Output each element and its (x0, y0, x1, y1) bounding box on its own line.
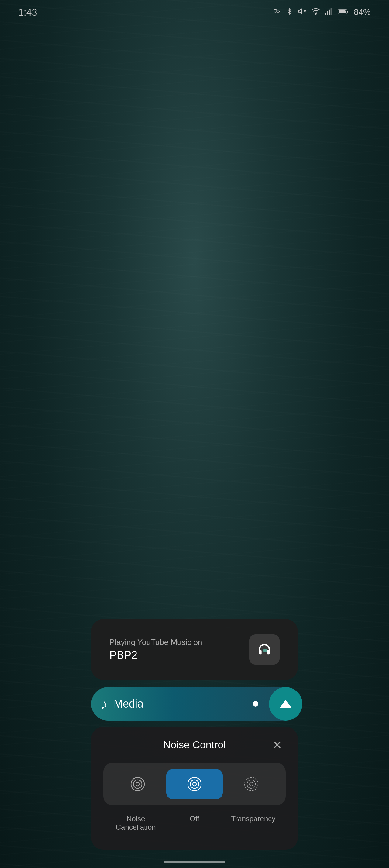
svg-point-24 (250, 782, 253, 786)
svg-rect-11 (338, 10, 346, 13)
svg-rect-8 (331, 8, 332, 15)
svg-point-19 (188, 777, 201, 791)
wifi-icon (311, 7, 320, 18)
svg-marker-1 (298, 8, 302, 13)
headphones-icon (256, 641, 273, 658)
transparency-label: Transparency (224, 814, 283, 832)
transparency-icon (241, 773, 262, 795)
noise-cancellation-option[interactable] (109, 769, 166, 799)
music-note-icon: ♪ (100, 696, 107, 712)
svg-point-4 (315, 13, 316, 14)
battery-percent: 84% (354, 7, 371, 17)
svg-rect-10 (347, 11, 348, 13)
key-icon (273, 7, 282, 18)
bluetooth-icon (286, 7, 293, 18)
bottom-panels: Playing YouTube Music on PBP2 ♪ Media No… (0, 619, 389, 868)
noise-control-header: Noise Control (103, 739, 286, 751)
noise-options-row (103, 763, 286, 805)
svg-rect-5 (325, 13, 326, 15)
svg-rect-7 (329, 9, 330, 15)
svg-point-20 (190, 780, 199, 788)
device-name: PBP2 (109, 649, 202, 662)
close-button[interactable] (269, 736, 286, 753)
chevron-up-icon (280, 700, 292, 708)
svg-point-18 (136, 782, 139, 786)
svg-rect-6 (327, 11, 328, 15)
media-label: Media (114, 698, 289, 710)
noise-cancellation-label: Noise Cancellation (106, 814, 165, 832)
playing-info: Playing YouTube Music on PBP2 (109, 638, 202, 662)
svg-point-22 (245, 777, 258, 791)
playing-card: Playing YouTube Music on PBP2 (91, 619, 298, 680)
svg-point-16 (131, 777, 144, 791)
signal-icon (325, 7, 333, 18)
off-label: Off (165, 814, 224, 832)
svg-point-0 (274, 9, 277, 12)
noise-control-panel: Noise Control (91, 727, 298, 850)
volume-dot (253, 701, 258, 707)
off-icon (184, 773, 205, 795)
svg-point-17 (133, 780, 142, 788)
playing-on-text: Playing YouTube Music on (109, 638, 202, 647)
svg-point-13 (263, 649, 266, 652)
off-option[interactable] (166, 769, 223, 799)
status-time: 1:43 (18, 7, 37, 18)
status-icons: 84% (273, 7, 371, 18)
transparency-option[interactable] (223, 769, 280, 799)
media-volume-bar[interactable]: ♪ Media (91, 687, 298, 721)
noise-cancellation-icon (127, 773, 148, 795)
headphones-button[interactable] (249, 634, 280, 665)
svg-point-21 (193, 782, 196, 786)
battery-icon (338, 7, 349, 17)
media-expand-button[interactable] (269, 687, 302, 721)
noise-labels-row: Noise Cancellation Off Transparency (103, 814, 286, 832)
noise-control-title: Noise Control (163, 739, 226, 751)
svg-point-23 (247, 780, 256, 788)
mute-icon (298, 7, 306, 18)
status-bar: 1:43 (0, 0, 389, 24)
